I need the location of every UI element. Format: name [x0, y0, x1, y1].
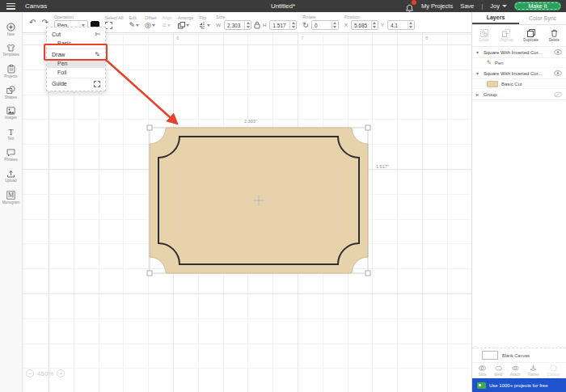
- width-label: W: [216, 23, 221, 27]
- chevron-down-icon[interactable]: ▾: [476, 49, 481, 55]
- attach-button[interactable]: Attach: [510, 365, 521, 377]
- sidebar-item-new[interactable]: New: [0, 19, 22, 40]
- promo-banner[interactable]: Use 1000+ projects for free: [472, 378, 566, 392]
- contour-button[interactable]: Contour: [547, 365, 560, 377]
- sidebar-item-projects[interactable]: Projects: [0, 61, 22, 82]
- tab-color-sync[interactable]: Color Sync: [519, 12, 566, 24]
- promo-banner-text: Use 1000+ projects for free: [489, 383, 548, 388]
- menu-item-basic[interactable]: Basic: [47, 39, 105, 48]
- menu-item-foil[interactable]: Foil: [47, 68, 105, 77]
- sidebar-item-text[interactable]: T Text: [0, 124, 22, 145]
- x-position-input[interactable]: 5.685: [351, 20, 378, 30]
- arrange-button[interactable]: Arrange: [178, 15, 194, 29]
- scissors-icon: ✄: [95, 32, 100, 38]
- flip-button[interactable]: Flip: [199, 15, 210, 29]
- chevron-down-icon[interactable]: ▾: [476, 70, 481, 76]
- layer-row-group[interactable]: ▸ Group: [472, 89, 566, 100]
- flatten-button[interactable]: Flatten: [528, 365, 539, 377]
- sidebar-item-monogram[interactable]: M Monogram: [0, 187, 22, 208]
- height-label: H: [263, 23, 266, 27]
- rotate-icon[interactable]: ↻: [302, 22, 309, 29]
- align-icon: ≡: [163, 22, 167, 29]
- pen-icon: ✎: [95, 52, 100, 58]
- resize-handle-top-left[interactable]: [147, 125, 152, 130]
- y-stepper[interactable]: [408, 21, 414, 29]
- resize-handle-bottom-left[interactable]: [147, 271, 152, 276]
- y-position-input[interactable]: 4.1: [387, 20, 415, 30]
- offset-button[interactable]: Offset ◎: [145, 15, 157, 29]
- notifications-bell-icon[interactable]: [405, 2, 414, 11]
- duplicate-icon: [527, 29, 535, 37]
- height-stepper[interactable]: [289, 21, 296, 29]
- rotate-input[interactable]: 0: [311, 20, 339, 30]
- shape-width-dimension: 2.303": [243, 119, 259, 124]
- user-menu[interactable]: Joy: [490, 2, 507, 10]
- menu-item-draw[interactable]: Draw✎: [47, 50, 105, 59]
- delete-button[interactable]: Delete: [549, 29, 560, 42]
- menu-divider: [47, 48, 105, 49]
- save-link[interactable]: Save: [460, 2, 474, 10]
- pen-icon: ✎: [487, 60, 492, 65]
- width-input[interactable]: 2.303: [224, 20, 251, 30]
- tab-layers[interactable]: Layers: [472, 12, 519, 24]
- chevron-right-icon[interactable]: ▸: [476, 91, 481, 97]
- align-button: Align ≡: [163, 15, 172, 29]
- position-group: Position X 5.685 Y 4.1: [344, 12, 415, 33]
- new-icon: [6, 23, 15, 32]
- width-stepper[interactable]: [244, 21, 251, 29]
- size-group: Size W 2.303 H 1.517: [216, 12, 297, 33]
- sidebar-item-upload[interactable]: Upload: [0, 166, 22, 187]
- sidebar-item-images[interactable]: Images: [0, 103, 22, 124]
- menu-item-cut[interactable]: Cut✄: [47, 30, 105, 39]
- images-icon: [6, 107, 15, 115]
- text-icon: T: [6, 128, 15, 136]
- attach-icon: [512, 365, 519, 372]
- resize-handle-top-right[interactable]: [365, 125, 370, 130]
- eye-icon[interactable]: [554, 70, 562, 76]
- menu-divider: [47, 78, 105, 78]
- layer-row-pen-group[interactable]: ▾ Square With Inverted Cor...: [472, 47, 566, 58]
- menu-item-guide[interactable]: Guide: [47, 79, 105, 88]
- upload-icon: [6, 170, 15, 178]
- document-title: Untitled*: [271, 2, 295, 10]
- resize-handle-bottom-right[interactable]: [365, 271, 370, 276]
- y-label: Y: [381, 23, 384, 27]
- rotate-stepper[interactable]: [332, 21, 338, 29]
- rotate-label: Rotate: [302, 15, 339, 19]
- zoom-in-button[interactable]: +: [57, 369, 65, 377]
- layer-sub-basic-cut[interactable]: Basic Cut: [472, 79, 566, 89]
- height-input[interactable]: 1.517: [269, 20, 297, 30]
- hamburger-menu-icon[interactable]: [6, 3, 15, 10]
- select-all-icon: [105, 22, 112, 29]
- menu-item-pen[interactable]: Pen: [47, 59, 105, 68]
- weld-button[interactable]: Weld: [494, 365, 502, 377]
- eye-icon[interactable]: [554, 49, 562, 55]
- slice-button[interactable]: Slice: [479, 365, 487, 377]
- sidebar-item-shapes[interactable]: Shapes: [0, 82, 22, 103]
- blank-canvas-label: Blank Canvas: [502, 353, 530, 358]
- make-it-button[interactable]: Make It: [514, 2, 561, 11]
- layer-color-swatch: [487, 81, 498, 87]
- edit-button[interactable]: Edit ✎: [129, 15, 139, 29]
- eye-off-icon[interactable]: [554, 91, 562, 98]
- duplicate-button[interactable]: Duplicate: [523, 29, 539, 42]
- price-tag-icon: [477, 382, 486, 389]
- sidebar-item-phrases[interactable]: Phrases: [0, 145, 22, 166]
- layer-row-cut-group[interactable]: ▾ Square With Inverted Cor...: [472, 68, 566, 79]
- sidebar-item-templates[interactable]: Templates: [0, 40, 22, 61]
- zoom-out-button[interactable]: −: [26, 369, 34, 377]
- undo-icon[interactable]: ↶: [29, 19, 36, 27]
- monogram-icon: M: [6, 191, 15, 200]
- chevron-down-icon: [502, 5, 507, 7]
- x-stepper[interactable]: [371, 21, 378, 29]
- my-projects-link[interactable]: My Projects: [421, 2, 453, 10]
- operation-dropdown-menu: Cut✄ Basic Draw✎ Pen Foil Guide: [46, 27, 106, 91]
- notification-badge: [412, 0, 416, 5]
- tshirt-icon: [6, 44, 15, 52]
- svg-text:T: T: [8, 128, 13, 136]
- layer-sub-pen[interactable]: ✎ Pen: [472, 58, 566, 68]
- select-all-button[interactable]: Select All: [105, 15, 124, 29]
- lock-icon[interactable]: [254, 21, 260, 29]
- canvas-color-swatch[interactable]: [482, 351, 498, 360]
- redo-icon[interactable]: ↷: [41, 19, 48, 27]
